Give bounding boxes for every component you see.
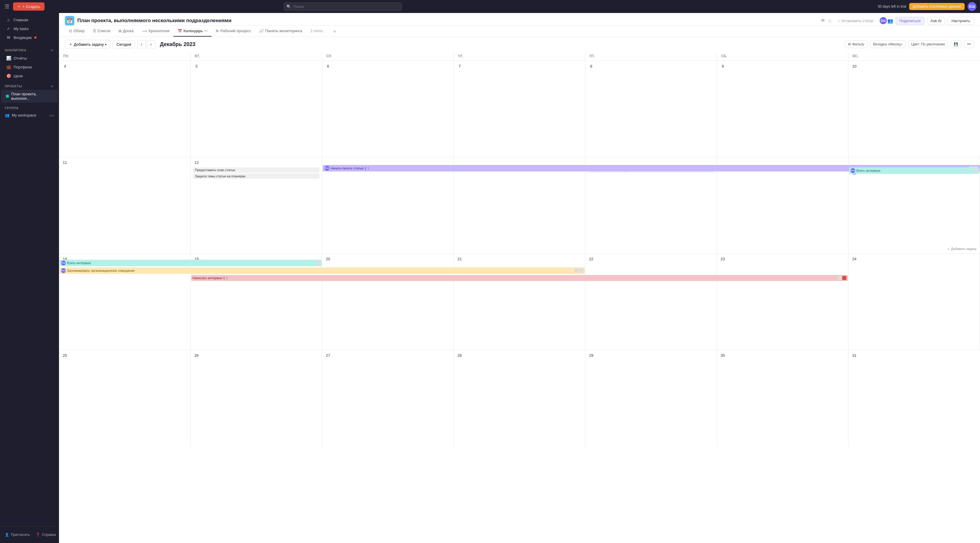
day-23: 23 [717, 254, 848, 350]
tab-board[interactable]: ⊞ Доска [115, 25, 138, 37]
add-task-button[interactable]: ＋ Добавить задачу ▾ [65, 40, 110, 49]
day-9: 9 [717, 61, 848, 157]
today-button[interactable]: Сегодня [113, 40, 135, 48]
sidebar-item-label: Главная [14, 18, 28, 22]
event-interview-week2[interactable]: ЕШ Взять интервью [848, 167, 980, 174]
add-tab-button[interactable]: ＋ [330, 28, 340, 35]
add-task-label: Добавить задачу [951, 247, 977, 250]
inbox-icon: ✉ [6, 35, 11, 40]
event-label: Взять интервью [856, 169, 880, 172]
icon-box-red [842, 276, 846, 280]
calendar-icon: 📅 [178, 29, 182, 33]
more-options-button[interactable]: ••• [964, 40, 974, 48]
tab-workflow[interactable]: ⚙ Рабочий процесс [212, 25, 255, 37]
calendar-toolbar: ＋ Добавить задачу ▾ Сегодня ‹ › Декабрь … [59, 37, 980, 52]
filter-button[interactable]: ⚙ Фильтр [845, 40, 867, 48]
day-6: 6 [322, 61, 454, 157]
workspace-icon: 👥 [5, 113, 10, 118]
day-number: 7 [456, 62, 463, 70]
calendar-body: 4 5 6 7 8 9 10 11 12 [59, 61, 980, 543]
invite-button[interactable]: 👤 Пригласить [2, 531, 32, 538]
add-analytics-button[interactable]: ＋ [49, 48, 54, 53]
day-27: 27 [322, 350, 454, 446]
day-number: 20 [325, 256, 332, 263]
ask-ai-button[interactable]: Ask AI [927, 17, 945, 25]
user-avatar-button[interactable]: ЕШ [967, 2, 977, 11]
event-write-interview[interactable]: Написать интервью 1 ⤵ [191, 275, 848, 281]
day-number: 8 [588, 62, 595, 70]
sidebar-item-label: Цели [14, 74, 23, 78]
day-4: 4 [59, 61, 191, 157]
help-label: Справка [42, 533, 56, 537]
event-defend-theme[interactable]: Защита темы статьи на планерке [193, 174, 320, 179]
save-button[interactable]: 💾 [950, 40, 961, 48]
day-number: 22 [588, 256, 595, 263]
add-task-inline-button[interactable]: ＋ Добавить задачу [946, 246, 978, 252]
sidebar-item-my-workspace[interactable]: 👥 My workspace see [0, 111, 59, 119]
sidebar-item-reports[interactable]: 📊 Отчёты [1, 54, 58, 62]
day-header-mon: ПН. [59, 52, 191, 61]
event-label: Защита темы статьи на планерке [195, 174, 245, 178]
tab-more[interactable]: 2 more... [306, 25, 329, 37]
topbar-right: 30 days left in trial Добавить платёжные… [878, 2, 977, 11]
add-payment-button[interactable]: Добавить платёжные данные [909, 3, 965, 10]
day-header-sat: СБ. [717, 52, 848, 61]
star-icon: ☆ [828, 18, 832, 24]
members-icon: 👥 [888, 18, 893, 24]
search-container: 🔍 [284, 2, 402, 11]
event-schedule-meeting[interactable]: ЕШ Запланировать организационное совещан… [59, 268, 585, 274]
day-12: 12 Предоставить план статьи Защита темы … [191, 157, 322, 253]
projects-section-header: Проекты ＋ [0, 80, 59, 90]
tab-list[interactable]: ☰ Список [89, 25, 115, 37]
tab-dashboard[interactable]: 📈 Панель мониторинга [255, 25, 307, 37]
add-project-button[interactable]: ＋ [49, 84, 54, 89]
tab-label: Календарь [183, 29, 203, 33]
home-icon: ⌂ [6, 18, 11, 22]
settings-button[interactable]: Настроить [948, 17, 974, 25]
help-button[interactable]: ❓ Справка [33, 531, 58, 538]
analytics-section-header: Аналитика ＋ [0, 44, 59, 54]
share-button[interactable]: Поделиться [896, 17, 924, 25]
day-13 [322, 157, 454, 253]
icon-box [579, 269, 583, 273]
day-number: 23 [719, 256, 726, 263]
tab-overview[interactable]: ⊡ Обзор [65, 25, 89, 37]
main-layout: ⌂ Главная ✓ My tasks ✉ Входящие Аналитик… [0, 13, 980, 543]
eye-icon: 👁 [821, 18, 826, 23]
calendar-week-2: 11 12 Предоставить план статьи Защита те… [59, 157, 980, 254]
event-interview-week3[interactable]: ЕШ Взять интервью [59, 260, 322, 266]
project-avatar: ЕШ [880, 17, 887, 24]
tab-calendar[interactable]: 📅 Календарь ••• [173, 25, 212, 37]
day-28: 28 [454, 350, 585, 446]
sidebar-item-inbox[interactable]: ✉ Входящие [1, 33, 58, 42]
sidebar-item-project[interactable]: План проекта, выполня... [1, 90, 58, 103]
prev-month-button[interactable]: ‹ [137, 40, 146, 48]
invite-label: Пригласить [11, 533, 30, 537]
content-area: 📅 План проекта, выполняемого несколькими… [59, 13, 980, 543]
project-icon: 📅 [65, 16, 74, 25]
board-icon: ⊞ [119, 29, 121, 33]
next-month-button[interactable]: › [147, 40, 155, 48]
topbar: ☰ ＋ + Создать 🔍 30 days left in trial До… [0, 0, 980, 13]
calendar-grid: ПН. ВТ. СР. ЧТ. ПТ. СБ. ВС. 4 5 6 7 8 9 … [59, 52, 980, 543]
menu-button[interactable]: ☰ [3, 2, 11, 11]
create-button[interactable]: ＋ + Создать [13, 2, 45, 11]
event-plan-article[interactable]: Предоставить план статьи [193, 167, 320, 173]
day-12-events: Предоставить план статьи Защита темы ста… [193, 167, 320, 179]
day-22: 22 [585, 254, 717, 350]
sidebar-item-label: Входящие [14, 35, 32, 40]
set-status-button[interactable]: ○ Установить статус [834, 17, 877, 24]
sidebar-item-home[interactable]: ⌂ Главная [1, 15, 58, 24]
sidebar-item-label: My tasks [14, 27, 29, 31]
color-button[interactable]: Цвет: По умолчанию [908, 40, 948, 48]
sidebar-item-tasks[interactable]: ✓ My tasks [1, 24, 58, 33]
day-26: 26 [191, 350, 322, 446]
sidebar-item-label: My workspace [12, 113, 36, 118]
tab-timeline[interactable]: ⟶ Хронология [138, 25, 173, 37]
view-label: Вкладка «Месяц» [873, 42, 902, 46]
sidebar-item-portfolios[interactable]: 💼 Портфели [1, 62, 58, 72]
view-button[interactable]: Вкладка «Месяц» [870, 40, 906, 48]
search-input[interactable] [284, 2, 402, 11]
event-avatar: ЕШ [851, 168, 855, 173]
sidebar-item-goals[interactable]: 🎯 Цели [1, 72, 58, 80]
